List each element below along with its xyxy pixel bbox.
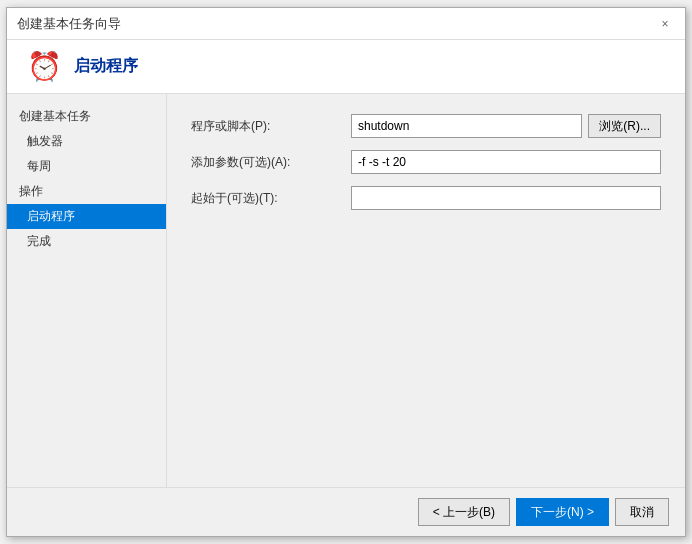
program-label: 程序或脚本(P): xyxy=(191,118,351,135)
main-content: 程序或脚本(P): 浏览(R)... 添加参数(可选)(A): 起始于(可选)(… xyxy=(167,94,685,487)
footer: < 上一步(B) 下一步(N) > 取消 xyxy=(7,487,685,536)
sidebar-item-action[interactable]: 操作 xyxy=(7,179,166,204)
title-bar: 创建基本任务向导 × xyxy=(7,8,685,40)
dialog: 创建基本任务向导 × ⏰ 启动程序 创建基本任务 触发器 每周 操作 启动程序 … xyxy=(6,7,686,537)
body: 创建基本任务 触发器 每周 操作 启动程序 完成 程序或脚本(P): 浏览(R)… xyxy=(7,94,685,487)
program-row: 程序或脚本(P): 浏览(R)... xyxy=(191,114,661,138)
sidebar-item-weekly[interactable]: 每周 xyxy=(7,154,166,179)
cancel-button[interactable]: 取消 xyxy=(615,498,669,526)
startdir-label: 起始于(可选)(T): xyxy=(191,190,351,207)
args-row: 添加参数(可选)(A): xyxy=(191,150,661,174)
dialog-title: 创建基本任务向导 xyxy=(17,15,121,33)
args-input[interactable] xyxy=(351,150,661,174)
header-section: ⏰ 启动程序 xyxy=(7,40,685,94)
args-input-group xyxy=(351,150,661,174)
browse-button[interactable]: 浏览(R)... xyxy=(588,114,661,138)
sidebar: 创建基本任务 触发器 每周 操作 启动程序 完成 xyxy=(7,94,167,487)
sidebar-item-start-program[interactable]: 启动程序 xyxy=(7,204,166,229)
sidebar-item-finish[interactable]: 完成 xyxy=(7,229,166,254)
sidebar-item-create[interactable]: 创建基本任务 xyxy=(7,104,166,129)
args-label: 添加参数(可选)(A): xyxy=(191,154,351,171)
prev-button[interactable]: < 上一步(B) xyxy=(418,498,510,526)
startdir-input-group xyxy=(351,186,661,210)
header-icon: ⏰ xyxy=(27,50,62,83)
title-bar-left: 创建基本任务向导 xyxy=(17,15,121,33)
sidebar-item-trigger[interactable]: 触发器 xyxy=(7,129,166,154)
header-title: 启动程序 xyxy=(74,56,138,77)
next-button[interactable]: 下一步(N) > xyxy=(516,498,609,526)
startdir-input[interactable] xyxy=(351,186,661,210)
program-input-group: 浏览(R)... xyxy=(351,114,661,138)
startdir-row: 起始于(可选)(T): xyxy=(191,186,661,210)
close-button[interactable]: × xyxy=(655,14,675,34)
program-input[interactable] xyxy=(351,114,582,138)
